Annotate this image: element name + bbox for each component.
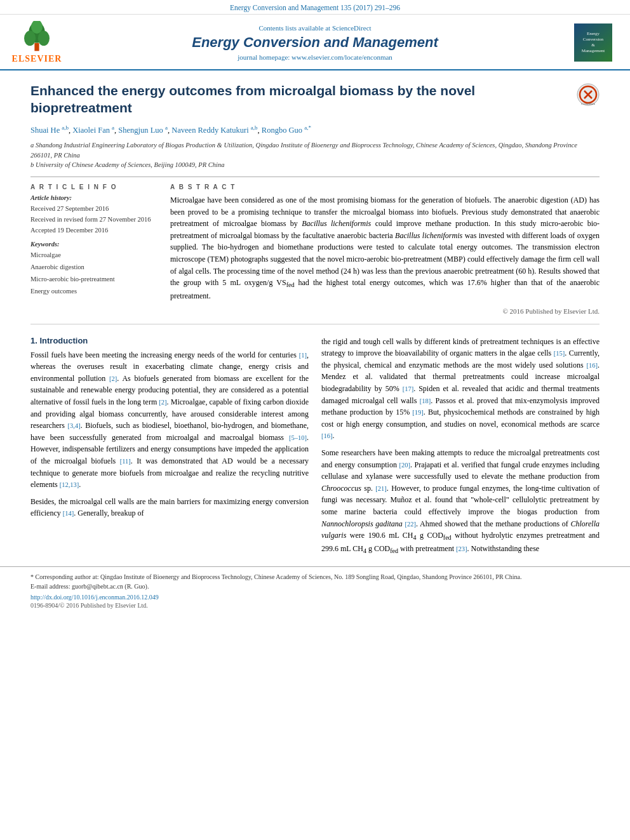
history-label: Article history: xyxy=(30,194,158,201)
abstract-column: A B S T R A C T Microalgae have been con… xyxy=(170,183,600,315)
received-date: Received 27 September 2016 xyxy=(30,204,158,215)
body-section: 1. Introduction Fossil fuels have been m… xyxy=(0,336,630,561)
header-divider xyxy=(30,177,600,177)
keyword-2: Anaerobic digestion xyxy=(30,262,158,274)
keywords-label: Keywords: xyxy=(30,241,158,248)
intro-heading: 1. Introduction xyxy=(30,336,309,345)
intro-para1: Fossil fuels have been meeting the incre… xyxy=(30,349,309,491)
svg-rect-0 xyxy=(34,43,39,51)
received-revised-date: Received in revised form 27 November 201… xyxy=(30,215,158,225)
abstract-section-label: A B S T R A C T xyxy=(170,183,600,190)
affiliations: a Shandong Industrial Engineering Labora… xyxy=(30,140,600,170)
journal-title: Energy Conversion and Management xyxy=(69,34,561,51)
sciencedirect-link[interactable]: ScienceDirect xyxy=(332,24,372,32)
article-info-column: A R T I C L E I N F O Article history: R… xyxy=(30,183,158,315)
crossmark-icon: CrossMark xyxy=(577,83,600,106)
journal-homepage: journal homepage: www.elsevier.com/locat… xyxy=(69,53,561,61)
journal-header: ELSEVIER Contents lists available at Sci… xyxy=(0,15,630,70)
article-title: Enhanced the energy outcomes from microa… xyxy=(30,82,600,117)
journal-header-center: Contents lists available at ScienceDirec… xyxy=(62,24,568,61)
keyword-4: Energy outcomes xyxy=(30,286,158,298)
journal-logo-right: EnergyConversion&Management xyxy=(568,23,619,62)
accepted-date: Accepted 19 December 2016 xyxy=(30,225,158,236)
abstract-body: Microalgae have been considered as one o… xyxy=(170,194,600,302)
authors-line: Shuai He a,b, Xiaolei Fan a, Shengjun Lu… xyxy=(30,123,600,137)
svg-point-2 xyxy=(24,30,36,46)
section-divider xyxy=(30,324,600,324)
showed-word: showed xyxy=(563,267,586,276)
right-para1: the rigid and tough cell walls by differ… xyxy=(321,336,600,442)
right-para2: Some researchers have been making attemp… xyxy=(321,447,600,556)
svg-text:CrossMark: CrossMark xyxy=(581,102,596,105)
journal-logo-image: EnergyConversion&Management xyxy=(574,23,612,62)
body-right-column: the rigid and tough cell walls by differ… xyxy=(321,336,600,561)
top-citation-bar: Energy Conversion and Management 135 (20… xyxy=(0,0,630,15)
article-info-section-label: A R T I C L E I N F O xyxy=(30,183,158,190)
info-abstract-columns: A R T I C L E I N F O Article history: R… xyxy=(30,183,600,315)
body-left-column: 1. Introduction Fossil fuels have been m… xyxy=(30,336,309,561)
affiliation-b: b University of Chinese Academy of Scien… xyxy=(30,160,600,170)
email-footnote: E-mail address: guorb@qibebt.ac.cn (R. G… xyxy=(30,582,600,591)
elsevier-logo: ELSEVIER xyxy=(11,21,62,64)
footnote-area: * Corresponding author at: Qingdao Insti… xyxy=(0,566,630,609)
contents-available: Contents lists available at ScienceDirec… xyxy=(69,24,561,32)
elsevier-tree-icon xyxy=(18,21,56,53)
elsevier-wordmark: ELSEVIER xyxy=(12,54,62,64)
article-header-section: CrossMark Enhanced the energy outcomes f… xyxy=(0,70,630,315)
doi-line[interactable]: http://dx.doi.org/10.1016/j.enconman.201… xyxy=(30,594,600,601)
citation-text: Energy Conversion and Management 135 (20… xyxy=(230,4,400,11)
affiliation-a: a Shandong Industrial Engineering Labora… xyxy=(30,140,600,161)
intro-para2: Besides, the microalgal cell walls are t… xyxy=(30,496,309,519)
corresponding-footnote: * Corresponding author at: Qingdao Insti… xyxy=(30,572,600,582)
keyword-1: Microalgae xyxy=(30,250,158,262)
issn-line: 0196-8904/© 2016 Published by Elsevier L… xyxy=(30,602,600,609)
copyright: © 2016 Published by Elsevier Ltd. xyxy=(170,307,600,315)
svg-point-3 xyxy=(38,30,50,46)
keyword-3: Micro-aerobic bio-pretreatment xyxy=(30,274,158,286)
